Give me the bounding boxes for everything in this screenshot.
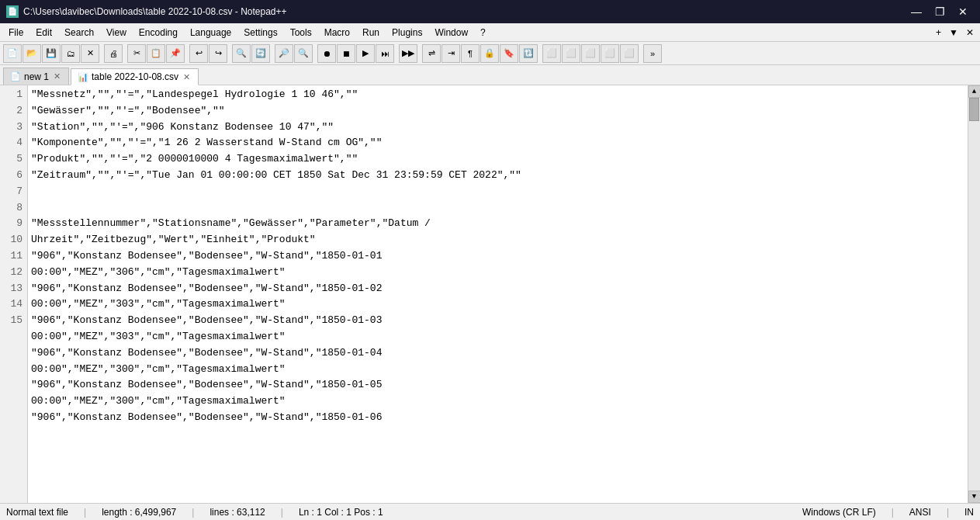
window-title: C:\Users\davibec\Downloads\table 2022-10…	[23, 6, 287, 17]
dropdown-arrow[interactable]: ▼	[946, 27, 961, 38]
code-editor[interactable]: "Messnetz","","'=","Landespegel Hydrolog…	[28, 85, 968, 503]
menu-macro[interactable]: Macro	[319, 25, 355, 40]
line-num: 11	[5, 248, 23, 265]
extras5-button[interactable]: ⬜	[620, 44, 639, 63]
code-line: "906","Konstanz Bodensee","Bodensee","W-…	[31, 410, 964, 426]
readonly-button[interactable]: 🔒	[480, 44, 499, 63]
print-button[interactable]: 🖨	[104, 44, 123, 63]
tab-new1[interactable]: 📄 new 1 ✕	[3, 68, 69, 85]
status-lines: lines : 63,112	[210, 507, 265, 518]
new-tab-button[interactable]: +	[933, 27, 944, 38]
undo-button[interactable]: ↩	[189, 44, 208, 63]
tab-new1-close[interactable]: ✕	[52, 71, 62, 81]
open-button[interactable]: 📂	[23, 44, 41, 63]
scroll-thumb[interactable]	[969, 98, 979, 121]
redo-button[interactable]: ↪	[209, 44, 227, 63]
line-num: 4	[5, 135, 23, 151]
maximize-button[interactable]: ❐	[929, 3, 951, 20]
code-line: "Zeitraum","","'=","Tue Jan 01 00:00:00 …	[31, 168, 964, 184]
status-sep4: |	[892, 507, 894, 518]
vertical-scrollbar[interactable]: ▲ ▼	[968, 85, 980, 503]
menu-bar: File Edit Search View Encoding Language …	[0, 23, 980, 42]
line-num: 2	[5, 103, 23, 120]
extras1-button[interactable]: ⬜	[542, 44, 561, 63]
code-line: "906","Konstanz Bodensee","Bodensee","W-…	[31, 377, 964, 410]
extras4-button[interactable]: ⬜	[601, 44, 619, 63]
status-file-type: Normal text file	[6, 507, 68, 518]
minimize-button[interactable]: —	[906, 3, 927, 20]
close-button[interactable]: ✕	[952, 3, 974, 20]
eol-button[interactable]: ¶	[461, 44, 480, 63]
menu-help[interactable]: ?	[475, 25, 491, 40]
menu-search[interactable]: Search	[59, 25, 99, 40]
save-all-button[interactable]: 🗂	[61, 44, 80, 63]
close-button-tb[interactable]: ✕	[81, 44, 99, 63]
run-button[interactable]: ▶▶	[399, 44, 417, 63]
extras2-button[interactable]: ⬜	[562, 44, 580, 63]
menu-edit[interactable]: Edit	[30, 25, 57, 40]
paste-button[interactable]: 📌	[166, 44, 185, 63]
code-line: "Komponente","","'=","1 26 2 Wasserstand…	[31, 135, 964, 151]
menu-plugins[interactable]: Plugins	[386, 25, 428, 40]
copy-button[interactable]: 📋	[147, 44, 165, 63]
code-line	[31, 184, 964, 200]
line-num: 3	[5, 120, 23, 136]
line-num: 5	[5, 151, 23, 168]
macro-rec-button[interactable]: ⏺	[317, 44, 336, 63]
menu-settings[interactable]: Settings	[238, 25, 282, 40]
line-num: 10	[5, 232, 23, 248]
status-length: length : 6,499,967	[102, 507, 176, 518]
tab-csv-close[interactable]: ✕	[182, 72, 192, 82]
content-area: 123456789101112131415 "Messnetz","","'="…	[0, 85, 980, 503]
menu-window[interactable]: Window	[429, 25, 473, 40]
code-line: "Station","","'=","906 Konstanz Bodensee…	[31, 120, 964, 136]
status-position: Ln : 1 Col : 1 Pos : 1	[299, 507, 383, 518]
scroll-track[interactable]	[968, 98, 980, 491]
line-num: 14	[5, 296, 23, 313]
find-button[interactable]: 🔍	[232, 44, 251, 63]
menu-encoding[interactable]: Encoding	[133, 25, 183, 40]
code-line: "Messnetz","","'=","Landespegel Hydrolog…	[31, 87, 964, 103]
code-line: "906","Konstanz Bodensee","Bodensee","W-…	[31, 248, 964, 281]
menu-file[interactable]: File	[3, 25, 29, 40]
app-icon: 📄	[6, 5, 19, 18]
indent-button[interactable]: ⇥	[442, 44, 460, 63]
macro-stop-button[interactable]: ⏹	[337, 44, 355, 63]
menu-language[interactable]: Language	[185, 25, 237, 40]
extras3-button[interactable]: ⬜	[581, 44, 600, 63]
menu-tools[interactable]: Tools	[285, 25, 317, 40]
macro-save-button[interactable]: ⏭	[376, 44, 394, 63]
bookmark-button[interactable]: 🔖	[500, 44, 518, 63]
code-line: "Gewässer","","'=","Bodensee",""	[31, 103, 964, 120]
scroll-up-arrow[interactable]: ▲	[968, 85, 981, 98]
status-mode: IN	[964, 507, 974, 518]
menu-view[interactable]: View	[101, 25, 132, 40]
replace-button[interactable]: 🔄	[251, 44, 270, 63]
status-sep3: |	[281, 507, 283, 518]
macro-play-button[interactable]: ▶	[356, 44, 375, 63]
status-sep2: |	[192, 507, 194, 518]
line-numbers: 123456789101112131415	[0, 85, 28, 503]
sync-button[interactable]: 🔃	[519, 44, 538, 63]
tab-csv-label: table 2022-10-08.csv	[92, 71, 178, 82]
toolbar-more-button[interactable]: »	[643, 44, 662, 63]
code-line: "906","Konstanz Bodensee","Bodensee","W-…	[31, 313, 964, 345]
line-num: 9	[5, 216, 23, 232]
line-num: 6	[5, 168, 23, 184]
cut-button[interactable]: ✂	[127, 44, 146, 63]
save-button[interactable]: 💾	[42, 44, 61, 63]
close-panel-button[interactable]: ✕	[963, 27, 977, 38]
code-line	[31, 200, 964, 217]
zoom-out-button[interactable]: 🔍	[294, 44, 313, 63]
new-button[interactable]: 📄	[3, 44, 22, 63]
wrap-button[interactable]: ⇌	[422, 44, 441, 63]
code-line: "Messstellennummer","Stationsname","Gewä…	[31, 216, 964, 248]
zoom-in-button[interactable]: 🔎	[275, 44, 293, 63]
menu-run[interactable]: Run	[357, 25, 385, 40]
line-num: 8	[5, 200, 23, 217]
line-num: 13	[5, 281, 23, 297]
tab-csv-icon: 📊	[78, 72, 88, 82]
line-num: 12	[5, 265, 23, 281]
tab-csv[interactable]: 📊 table 2022-10-08.csv ✕	[71, 68, 199, 85]
scroll-down-arrow[interactable]: ▼	[968, 491, 981, 503]
